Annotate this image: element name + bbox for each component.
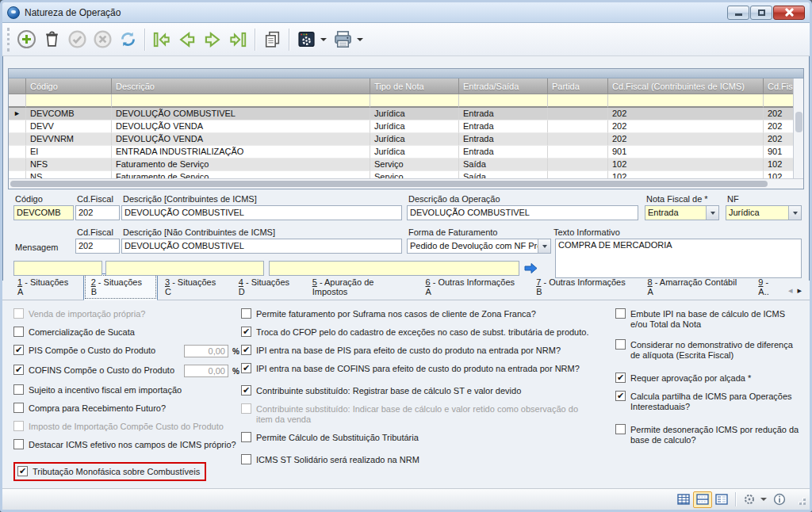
cancel-button[interactable]	[90, 26, 115, 53]
chevron-down-icon[interactable]	[788, 206, 801, 220]
scrollbar-thumb[interactable]	[795, 112, 802, 132]
cell-cd-fiscal[interactable]: 102	[608, 171, 764, 178]
checkbox-imposto-importacao-compoe-custo[interactable]: Imposto de Importação Compõe Custo do Pr…	[13, 421, 241, 432]
column-header-entrada-saida[interactable]: Entrada/Saída	[459, 78, 548, 94]
checkbox-box[interactable]: ✔	[17, 466, 28, 476]
checkbox-calcula-partilha-icms[interactable]: ✔ Calcula partilha de ICMS para Operaçõe…	[615, 391, 803, 412]
filter-cell[interactable]	[370, 94, 459, 108]
options-dropdown-icon[interactable]	[320, 38, 327, 41]
checkbox-box[interactable]	[615, 308, 626, 319]
checkbox-requer-aprovacao-alcada[interactable]: ✔ Requer aprovação por alçada *	[615, 373, 803, 384]
checkbox-permite-desoneracao-icms[interactable]: Permite desoneração ICMS por redução da …	[615, 424, 803, 445]
previous-record-button[interactable]	[174, 26, 200, 53]
table-row[interactable]: DEVVNRM DEVOLUÇÃO VENDA Jurídica Entrada…	[9, 133, 793, 146]
codigo-field[interactable]: DEVCOMB	[13, 205, 74, 220]
nota-fiscal-de-select[interactable]: Entrada	[645, 205, 719, 220]
form-view-button[interactable]	[712, 491, 731, 508]
checkbox-considerar-demonstrativo-diferenca[interactable]: Considerar no demonstrativo de diferença…	[615, 339, 803, 361]
cell-cd-fisc[interactable]: 102	[764, 171, 793, 178]
cell-codigo[interactable]: DEVCOMB	[26, 108, 112, 120]
last-record-button[interactable]	[225, 26, 251, 53]
cell-entrada-saida[interactable]: Saída	[459, 159, 548, 171]
column-header-tipo-de-nota[interactable]: Tipo de Nota	[370, 78, 459, 94]
checkbox-ipi-base-cofins[interactable]: ✔ IPI entra na base de COFINS para efeit…	[241, 363, 612, 374]
checkbox-cofins-compoe-custo[interactable]: ✔ COFINS Compõe o Custo do Produto 0,00 …	[13, 365, 241, 377]
nf-select[interactable]: Jurídica	[726, 205, 802, 220]
cell-tipo-nota[interactable]: Serviço	[370, 171, 459, 178]
filter-cell[interactable]	[26, 94, 112, 108]
filter-cell[interactable]	[608, 94, 764, 108]
checkbox-box[interactable]	[13, 439, 24, 449]
checkbox-compra-recebimento-futuro[interactable]: Compra para Recebimento Futuro?	[13, 403, 241, 414]
table-row[interactable]: DEVV DEVOLUÇÃO VENDA Jurídica Entrada 20…	[9, 120, 793, 133]
cell-descricao[interactable]: DEVOLUÇÃO VENDA	[112, 133, 370, 146]
copy-button[interactable]	[259, 26, 285, 53]
checkbox-contribuinte-indicar-bc-observacao[interactable]: Contribuinte substituído: Indicar base d…	[241, 403, 612, 425]
column-header-codigo[interactable]: Código	[26, 78, 112, 94]
checkbox-tributacao-monofasica-combustiveis[interactable]: ✔ Tributação Monofásica sobre Combustíve…	[17, 466, 200, 477]
cell-partida[interactable]	[548, 133, 608, 146]
checkbox-icms-st-solidario-nrm[interactable]: ICMS ST Solidário será realizado na NRM	[241, 454, 612, 465]
refresh-button[interactable]	[115, 26, 140, 53]
first-record-button[interactable]	[149, 26, 174, 53]
checkbox-comercializacao-sucata[interactable]: Comercialização de Sucata	[13, 327, 241, 338]
cell-codigo[interactable]: NFS	[26, 159, 112, 171]
cell-cd-fisc[interactable]: 202	[764, 108, 793, 120]
cell-entrada-saida[interactable]: Entrada	[459, 133, 548, 146]
mensagem-field-3[interactable]	[269, 261, 519, 276]
cell-descricao[interactable]: Faturamento de Serviço	[112, 171, 370, 178]
cell-cd-fiscal[interactable]: 202	[608, 120, 764, 133]
checkbox-box[interactable]	[615, 424, 626, 434]
cell-partida[interactable]	[548, 159, 608, 171]
chevron-down-icon[interactable]	[706, 206, 718, 220]
filter-cell[interactable]	[459, 94, 548, 108]
cell-codigo[interactable]: DEVV	[26, 120, 112, 133]
checkbox-box[interactable]: ✔	[615, 373, 626, 383]
checkbox-box[interactable]	[13, 403, 24, 413]
options-button[interactable]	[293, 26, 319, 53]
scrollbar-thumb[interactable]	[10, 181, 768, 187]
minimize-button[interactable]	[727, 6, 749, 20]
checkbox-venda-importacao-propria[interactable]: Venda de importação própria?	[13, 308, 241, 319]
checkbox-box[interactable]	[13, 421, 24, 431]
statusbar-settings-dropdown-icon[interactable]	[760, 498, 767, 501]
checkbox-suframa-zona-franca[interactable]: Permite faturamento por Suframa nos caso…	[241, 308, 612, 319]
cell-entrada-saida[interactable]: Entrada	[459, 146, 548, 159]
checkbox-box[interactable]: ✔	[13, 365, 24, 375]
checkbox-box[interactable]: ✔	[241, 385, 251, 395]
statusbar-settings-button[interactable]	[740, 491, 759, 508]
checkbox-box[interactable]	[241, 403, 251, 414]
cell-cd-fiscal[interactable]: 202	[608, 133, 764, 146]
grid-horizontal-scrollbar[interactable]	[9, 178, 803, 189]
chevron-down-icon[interactable]	[538, 239, 550, 253]
checkbox-box[interactable]	[13, 384, 24, 395]
cell-partida[interactable]	[548, 120, 608, 133]
column-header-cd-fiscal-icms[interactable]: Cd.Fiscal (Contribuintes de ICMS)	[608, 78, 764, 94]
cell-cd-fiscal[interactable]: 202	[608, 108, 764, 120]
cell-partida[interactable]	[548, 171, 608, 178]
checkbox-box[interactable]: ✔	[241, 345, 251, 355]
desc-operacao-field[interactable]: DEVOLUÇÃO COMBUSTIVEL	[407, 205, 638, 220]
resize-grip[interactable]	[795, 493, 806, 506]
checkbox-incentivo-fiscal-importacao[interactable]: Sujeito a incentivo fiscal em importação	[13, 384, 241, 395]
cofins-percent-field[interactable]: 0,00	[184, 365, 228, 377]
cell-descricao[interactable]: ENTRADA INDUSTRIALIZAÇÃO	[112, 146, 370, 159]
cell-tipo-nota[interactable]: Jurídica	[370, 120, 459, 133]
cell-partida[interactable]	[548, 108, 608, 120]
filter-cell[interactable]	[112, 94, 370, 108]
table-row[interactable]: NS Faturamento de Serviço Serviço Saída …	[9, 171, 793, 178]
cell-entrada-saida[interactable]: Entrada	[459, 120, 548, 133]
checkbox-box[interactable]	[615, 339, 626, 350]
desc-nao-contribuintes-field[interactable]: DEVOLUÇÃO COMBUSTIVEL	[121, 239, 402, 254]
column-header-descricao[interactable]: Descrição	[112, 78, 370, 94]
cell-partida[interactable]	[548, 146, 608, 159]
cell-tipo-nota[interactable]: Jurídica	[370, 146, 459, 159]
mensagem-field-2[interactable]	[105, 261, 264, 276]
add-button[interactable]	[13, 26, 39, 53]
forma-faturamento-select[interactable]: Pedido de Devolução com NF Pró	[407, 239, 551, 254]
cell-tipo-nota[interactable]: Jurídica	[370, 133, 459, 146]
grid-view-button[interactable]	[674, 491, 693, 508]
checkbox-permite-calculo-st[interactable]: Permite Cálculo de Substituição Tributár…	[241, 432, 612, 443]
checkbox-pis-compoe-custo[interactable]: ✔ PIS Compõe o Custo do Produto 0,00 %	[13, 345, 241, 357]
table-row[interactable]: NFS Faturamento de Serviço Serviço Saída…	[9, 159, 793, 171]
